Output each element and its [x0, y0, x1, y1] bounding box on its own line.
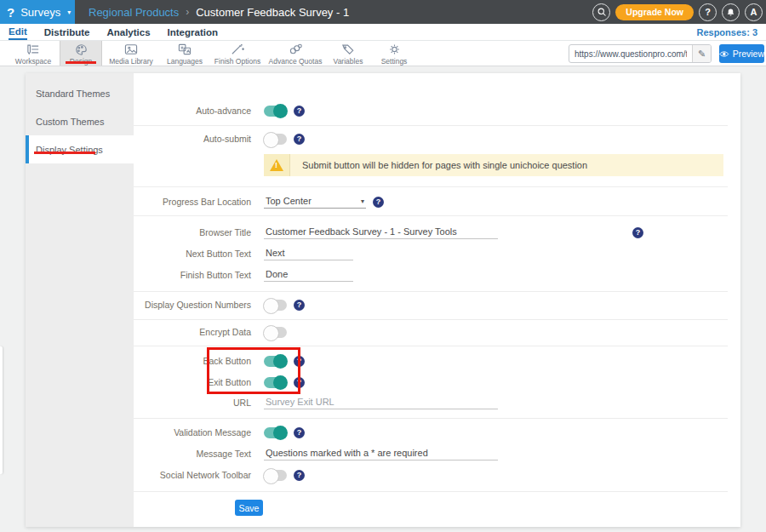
auto-submit-help-icon[interactable]: ?	[294, 134, 305, 145]
auto-submit-label: Auto-submit	[134, 134, 251, 144]
tab-label: Media Library	[109, 57, 153, 66]
divider	[134, 215, 728, 216]
breadcrumb-folder[interactable]: Regional Products	[89, 6, 179, 19]
exit-url-input[interactable]	[264, 396, 498, 409]
tab-variables[interactable]: Variables	[325, 41, 371, 66]
display-settings-panel: Auto-advance ? Auto-submit ? Submit butt…	[134, 73, 740, 527]
tab-label: Workspace	[15, 57, 51, 66]
auto-advance-toggle[interactable]	[264, 106, 287, 117]
tab-workspace[interactable]: Workspace	[7, 41, 60, 66]
upgrade-now-button[interactable]: Upgrade Now	[615, 4, 694, 20]
finish-options-wand-icon	[230, 43, 245, 55]
search-icon[interactable]	[592, 3, 610, 21]
finish-button-text-input[interactable]	[264, 268, 353, 282]
preview-label: Preview	[733, 49, 764, 59]
auto-submit-toggle[interactable]	[264, 134, 287, 145]
design-sidebar: Standard Themes Custom Themes Display Se…	[26, 73, 134, 527]
avatar[interactable]: A	[745, 3, 763, 21]
divider	[134, 319, 728, 320]
display-question-numbers-toggle[interactable]	[264, 300, 287, 311]
message-text-input[interactable]	[264, 447, 498, 460]
survey-url-input[interactable]	[569, 49, 692, 59]
setting-row-progress-bar: Progress Bar Location Top Center ▾ ?	[134, 194, 740, 209]
sidebar-item-display-settings[interactable]: Display Settings	[26, 135, 134, 163]
save-button[interactable]: Save	[235, 500, 263, 516]
eye-icon	[719, 50, 729, 58]
warning-text: Submit button will be hidden for pages w…	[290, 154, 587, 176]
avatar-initial: A	[751, 7, 757, 17]
progress-bar-location-value: Top Center	[266, 196, 312, 206]
nav-item-analytics[interactable]: Analytics	[106, 26, 150, 39]
setting-row-message-text: Message Text	[134, 446, 740, 461]
back-button-toggle[interactable]	[264, 356, 287, 367]
nav-item-integration[interactable]: Integration	[168, 26, 218, 39]
browser-title-input[interactable]	[264, 226, 498, 239]
top-bar: ? Surveys ▾ Regional Products › Customer…	[0, 0, 766, 24]
settings-gear-icon	[387, 43, 402, 55]
validation-message-help-icon[interactable]: ?	[294, 427, 305, 438]
tab-languages[interactable]: Languages	[160, 41, 209, 66]
auto-advance-help-icon[interactable]: ?	[294, 106, 305, 117]
nav-item-edit[interactable]: Edit	[9, 25, 27, 40]
browser-title-help-icon[interactable]: ?	[632, 227, 643, 238]
product-name: Surveys	[20, 6, 60, 19]
warning-triangle-icon	[270, 159, 283, 171]
progress-bar-help-icon[interactable]: ?	[373, 197, 384, 208]
setting-row-finish-button: Finish Button Text	[134, 267, 740, 283]
tab-finish-options[interactable]: Finish Options	[209, 41, 266, 66]
message-text-label: Message Text	[134, 449, 251, 459]
tab-settings[interactable]: Settings	[371, 41, 417, 66]
setting-row-browser-title: Browser Title ?	[134, 225, 740, 240]
tab-label: Variables	[334, 57, 363, 66]
progress-bar-location-select[interactable]: Top Center ▾	[264, 195, 366, 209]
languages-icon	[177, 43, 192, 55]
divider	[134, 418, 728, 419]
active-tab-underline	[66, 61, 96, 64]
survey-title: Customer Feedback Survey - 1	[196, 6, 349, 19]
variables-tag-icon	[340, 43, 356, 55]
divider	[134, 491, 728, 492]
validation-message-toggle[interactable]	[264, 427, 287, 438]
preview-button[interactable]: Preview	[719, 44, 764, 63]
edit-url-pencil-icon[interactable]: ✎	[692, 45, 711, 62]
divider	[134, 346, 728, 346]
next-button-text-input[interactable]	[264, 247, 353, 260]
social-network-toolbar-help-icon[interactable]: ?	[294, 470, 305, 481]
help-glyph: ?	[705, 7, 711, 17]
encrypt-data-label: Encrypt Data	[134, 327, 251, 337]
workspace-icon	[26, 43, 41, 55]
survey-url-box: ✎	[569, 44, 712, 63]
design-settings-card: Standard Themes Custom Themes Display Se…	[26, 73, 740, 527]
social-network-toolbar-toggle[interactable]	[264, 470, 287, 481]
tab-advance-quotas[interactable]: Advance Quotas	[266, 41, 325, 66]
notifications-bell-icon[interactable]	[722, 3, 740, 21]
nav-item-distribute[interactable]: Distribute	[44, 26, 90, 39]
divider	[134, 186, 728, 187]
topbar-actions: Upgrade Now ? A	[592, 0, 766, 24]
sidebar-item-custom-themes[interactable]: Custom Themes	[26, 107, 134, 135]
encrypt-data-toggle[interactable]	[264, 327, 287, 338]
display-question-numbers-help-icon[interactable]: ?	[294, 300, 305, 311]
tab-media-library[interactable]: Media Library	[102, 41, 160, 66]
exit-button-help-icon[interactable]: ?	[294, 377, 305, 388]
product-switcher[interactable]: ? Surveys ▾	[0, 0, 75, 24]
chevron-down-icon: ▾	[67, 9, 71, 16]
setting-row-exit-url: URL	[134, 395, 740, 410]
survey-nav: Edit Distribute Analytics Integration Re…	[0, 24, 766, 41]
setting-row-auto-advance: Auto-advance ?	[134, 103, 740, 118]
setting-row-exit-button: Exit Button ?	[134, 375, 740, 390]
breadcrumb-separator: ›	[186, 6, 189, 18]
sidebar-item-standard-themes[interactable]: Standard Themes	[26, 79, 134, 107]
display-question-numbers-label: Display Question Numbers	[134, 300, 251, 310]
progress-bar-location-label: Progress Bar Location	[134, 197, 251, 207]
tab-design[interactable]: Design	[60, 41, 102, 66]
back-button-help-icon[interactable]: ?	[294, 356, 305, 367]
help-icon[interactable]: ?	[699, 3, 717, 21]
setting-row-encrypt-data: Encrypt Data	[134, 324, 740, 340]
exit-button-label: Exit Button	[134, 377, 251, 387]
media-library-icon	[123, 43, 139, 55]
social-network-toolbar-label: Social Network Toolbar	[134, 470, 251, 480]
responses-count[interactable]: Responses: 3	[696, 27, 757, 37]
exit-button-toggle[interactable]	[264, 377, 287, 388]
setting-row-validation-message: Validation Message ?	[134, 425, 740, 440]
